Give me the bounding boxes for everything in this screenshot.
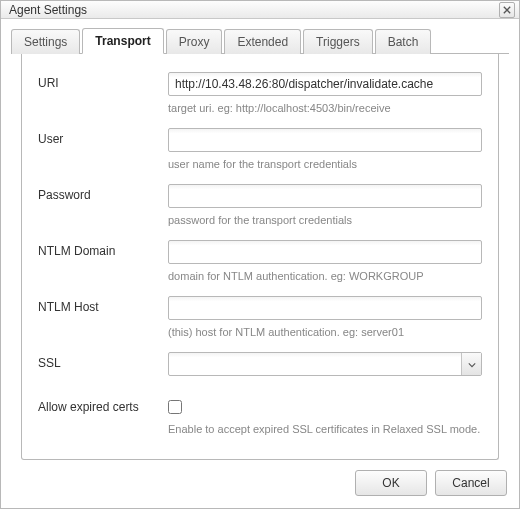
ssl-dropdown-arrow (461, 353, 481, 375)
uri-label: URI (38, 72, 168, 90)
ssl-select[interactable] (168, 352, 482, 376)
row-password: Password (38, 184, 482, 208)
ntlm-host-hint: (this) host for NTLM authentication. eg:… (168, 326, 482, 338)
ntlm-domain-hint: domain for NTLM authentication. eg: WORK… (168, 270, 482, 282)
ok-button[interactable]: OK (355, 470, 427, 496)
tab-proxy[interactable]: Proxy (166, 29, 223, 54)
allow-expired-checkbox[interactable] (168, 400, 182, 414)
chevron-down-icon (468, 357, 476, 371)
tab-panel-transport: URI target uri. eg: http://localhost:450… (21, 54, 499, 460)
agent-settings-dialog: Agent Settings Settings Transport Proxy … (0, 0, 520, 509)
tab-strip: Settings Transport Proxy Extended Trigge… (11, 27, 509, 54)
tab-settings[interactable]: Settings (11, 29, 80, 54)
ssl-label: SSL (38, 352, 168, 370)
password-input[interactable] (168, 184, 482, 208)
row-ssl: SSL (38, 352, 482, 376)
close-button[interactable] (499, 2, 515, 18)
row-allow-expired: Allow expired certs (38, 396, 482, 417)
uri-hint: target uri. eg: http://localhost:4503/bi… (168, 102, 482, 114)
titlebar: Agent Settings (1, 1, 519, 19)
row-ntlm-host: NTLM Host (38, 296, 482, 320)
tab-transport[interactable]: Transport (82, 28, 163, 54)
dialog-title: Agent Settings (9, 3, 87, 17)
ntlm-host-input[interactable] (168, 296, 482, 320)
tab-triggers[interactable]: Triggers (303, 29, 373, 54)
row-ntlm-domain: NTLM Domain (38, 240, 482, 264)
user-input[interactable] (168, 128, 482, 152)
uri-input[interactable] (168, 72, 482, 96)
cancel-button[interactable]: Cancel (435, 470, 507, 496)
row-uri: URI (38, 72, 482, 96)
tab-batch[interactable]: Batch (375, 29, 432, 54)
tab-extended[interactable]: Extended (224, 29, 301, 54)
row-user: User (38, 128, 482, 152)
tabs-container: Settings Transport Proxy Extended Trigge… (1, 19, 519, 460)
close-icon (503, 3, 511, 17)
dialog-footer: OK Cancel (1, 460, 519, 508)
ntlm-domain-input[interactable] (168, 240, 482, 264)
ntlm-domain-label: NTLM Domain (38, 240, 168, 258)
user-label: User (38, 128, 168, 146)
ntlm-host-label: NTLM Host (38, 296, 168, 314)
password-hint: password for the transport credentials (168, 214, 482, 226)
allow-expired-hint: Enable to accept expired SSL certificate… (168, 423, 482, 435)
allow-expired-label: Allow expired certs (38, 396, 168, 414)
password-label: Password (38, 184, 168, 202)
user-hint: user name for the transport credentials (168, 158, 482, 170)
